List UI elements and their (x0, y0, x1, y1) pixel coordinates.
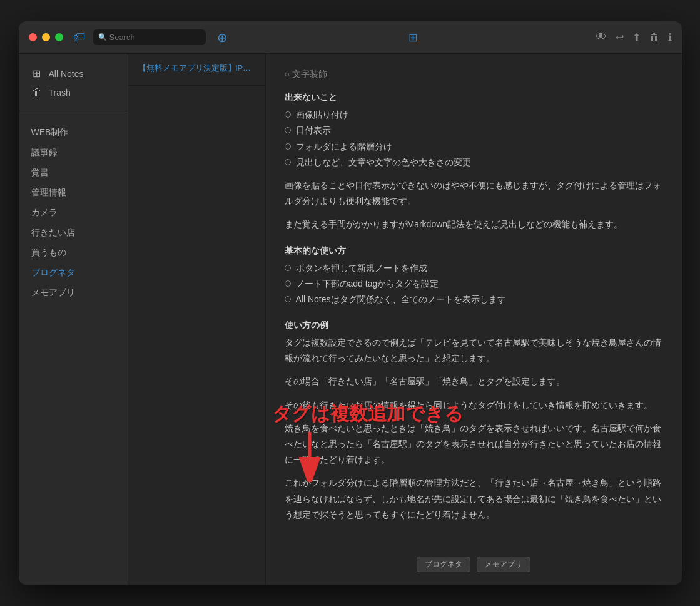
content-line-truncated: ○ 文字装飾 (285, 66, 663, 82)
all-notes-label: All Notes (49, 69, 84, 79)
basic-usage-item-3: All Notesはタグ関係なく、全てのノートを表示します (285, 292, 663, 307)
sidebar-tag-blog[interactable]: ブログネタ (19, 263, 128, 283)
titlebar-center: ⊞ (405, 29, 422, 46)
note-tag-blog[interactable]: ブログネタ (417, 557, 470, 572)
annotation-overlay: タグは複数追加できる (272, 401, 464, 485)
note-list-item[interactable]: 【無料メモアプリ決定版】iPhoneと (128, 54, 265, 86)
maximize-button[interactable] (55, 33, 63, 41)
sidebar-item-all-notes[interactable]: ⊞ All Notes (19, 64, 128, 83)
search-icon: 🔍 (98, 33, 107, 41)
note-content-area[interactable]: ○ 文字装飾 出来ないこと 画像貼り付け 日付表示 フォルダによる階層分け 見出… (266, 54, 682, 585)
share-icon[interactable]: ⬆ (632, 31, 641, 43)
search-wrapper: 🔍 (93, 29, 206, 45)
compose-button[interactable]: ⊕ (213, 29, 231, 46)
sidebar-tag-camera[interactable]: カメラ (19, 203, 128, 223)
note-tags-bar: ブログネタ メモアプリ (417, 557, 530, 572)
sidebar-tag-web[interactable]: WEB制作 (19, 123, 128, 143)
close-button[interactable] (29, 33, 37, 41)
sidebar-item-trash[interactable]: 🗑 Trash (19, 83, 128, 102)
trash-icon[interactable]: 🗑 (649, 32, 659, 43)
radio-circle (285, 159, 291, 165)
example-para-1: タグは複数設定できるので例えば「テレビを見ていて名古屋駅で美味しそうな焼き鳥屋さ… (285, 335, 663, 366)
arrow-icon (291, 432, 464, 485)
example-heading: 使い方の例 (285, 320, 663, 331)
radio-circle (285, 143, 291, 150)
titlebar: 🏷 🔍 ⊕ ⊞ 👁 ↩ ⬆ 🗑 ℹ (19, 21, 682, 54)
history-icon[interactable]: ↩ (616, 31, 624, 43)
annotation-text: タグは複数追加できる (272, 401, 464, 427)
info-icon[interactable]: ℹ (668, 31, 672, 43)
note-tag-apps[interactable]: メモアプリ (477, 557, 530, 572)
sidebar-tag-memo[interactable]: 覚書 (19, 163, 128, 183)
radio-circle (285, 296, 291, 302)
sidebar-tag-management[interactable]: 管理情報 (19, 183, 128, 203)
basic-usage-heading: 基本的な使い方 (285, 245, 663, 257)
basic-usage-item-1: ボタンを押して新規ノートを作成 (285, 260, 663, 276)
radio-circle (285, 111, 291, 118)
note-list-title: 【無料メモアプリ決定版】iPhoneと (138, 63, 255, 74)
sidebar-tag-shops[interactable]: 行きたい店 (19, 223, 128, 243)
radio-circle (285, 127, 291, 133)
cannot-do-item-3: フォルダによる階層分け (285, 139, 663, 155)
all-notes-icon: ⊞ (31, 68, 43, 80)
layout-toggle-button[interactable]: ⊞ (405, 29, 422, 46)
example-para-2: その場合「行きたい店」「名古屋駅」「焼き鳥」とタグを設定します。 (285, 374, 663, 389)
tag-icon[interactable]: 🏷 (73, 30, 86, 44)
basic-usage-item-2: ノート下部のadd tagからタグを設定 (285, 276, 663, 292)
app-window: 🏷 🔍 ⊕ ⊞ 👁 ↩ ⬆ 🗑 ℹ ⊞ All Notes (19, 21, 682, 585)
note-list: 【無料メモアプリ決定版】iPhoneと (128, 54, 266, 585)
titlebar-left: 🏷 🔍 ⊕ (73, 29, 231, 46)
trash-sidebar-icon: 🗑 (31, 87, 43, 98)
trash-label: Trash (49, 88, 71, 98)
sidebar: ⊞ All Notes 🗑 Trash WEB制作 議事録 覚書 管理情報 カメ… (19, 54, 128, 585)
sidebar-tag-buy[interactable]: 買うもの (19, 243, 128, 263)
cannot-do-item-4: 見出しなど、文章や文字の色や大きさの変更 (285, 155, 663, 170)
sidebar-tag-minutes[interactable]: 議事録 (19, 143, 128, 163)
radio-circle (285, 265, 291, 271)
sidebar-tag-apps[interactable]: メモアプリ (19, 283, 128, 303)
sidebar-tags: WEB制作 議事録 覚書 管理情報 カメラ 行きたい店 買うもの ブログネタ メ… (19, 118, 128, 308)
eye-icon[interactable]: 👁 (596, 31, 607, 44)
radio-circle (285, 280, 291, 287)
content-para-1: 画像を貼ることや日付表示ができないのはやや不便にも感じますが、タグ付けによる管理… (285, 178, 663, 209)
minimize-button[interactable] (42, 33, 50, 41)
sidebar-system-section: ⊞ All Notes 🗑 Trash (19, 61, 128, 105)
content-para-2: また覚える手間がかかりますがMarkdown記法を使えば見出しなどの機能も補えま… (285, 217, 663, 232)
search-input[interactable] (93, 29, 206, 45)
cannot-do-item-2: 日付表示 (285, 123, 663, 138)
sidebar-divider (19, 111, 128, 111)
traffic-lights (29, 33, 63, 41)
main-content: ⊞ All Notes 🗑 Trash WEB制作 議事録 覚書 管理情報 カメ… (19, 54, 682, 585)
cannot-do-item-1: 画像貼り付け (285, 107, 663, 123)
cannot-do-heading: 出来ないこと (285, 92, 663, 103)
titlebar-right: 👁 ↩ ⬆ 🗑 ℹ (596, 31, 672, 44)
